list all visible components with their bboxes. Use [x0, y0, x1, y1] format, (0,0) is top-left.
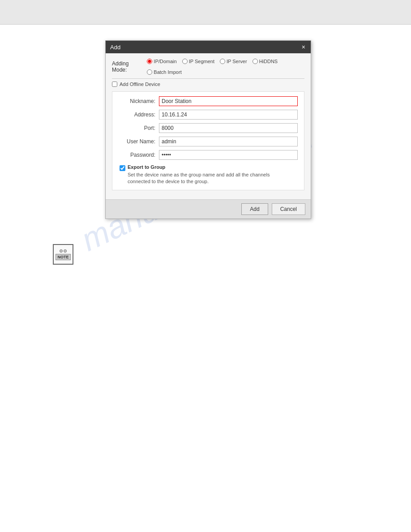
username-input[interactable]	[159, 137, 298, 146]
nickname-label: Nickname:	[119, 98, 159, 104]
offline-device-row: Add Offline Device	[112, 82, 304, 87]
adding-mode-label: Adding Mode:	[112, 60, 142, 73]
cancel-button[interactable]: Cancel	[272, 203, 305, 215]
radio-ip-domain-input[interactable]	[147, 59, 152, 64]
nickname-row: Nickname:	[119, 96, 298, 106]
note-icon-symbol: ⚙⚙	[59, 249, 67, 253]
radio-hiddns-label: HiDDNS	[259, 59, 278, 64]
username-label: User Name:	[119, 138, 159, 145]
port-input[interactable]	[159, 123, 298, 133]
export-group-label: Export to Group	[128, 164, 270, 170]
modal-body: Adding Mode: IP/Domain IP Segment IP Ser…	[106, 53, 311, 199]
password-input[interactable]	[159, 150, 298, 160]
radio-hiddns[interactable]: HiDDNS	[253, 59, 278, 64]
export-group-description: Set the device name as the group name an…	[128, 172, 270, 185]
radio-batch-import[interactable]: Batch Import	[147, 69, 181, 75]
address-label: Address:	[119, 112, 159, 118]
radio-ip-segment-input[interactable]	[182, 59, 188, 64]
adding-mode-section: Adding Mode: IP/Domain IP Segment IP Ser…	[112, 59, 304, 75]
note-icon: ⚙⚙ NOTE	[53, 244, 73, 265]
radio-batch-import-label: Batch Import	[154, 69, 181, 75]
address-row: Address:	[119, 110, 298, 120]
password-row: Password:	[119, 150, 298, 160]
radio-ip-domain[interactable]: IP/Domain	[147, 59, 176, 64]
modal-header: Add ×	[106, 41, 311, 53]
close-button[interactable]: ×	[301, 44, 306, 50]
offline-device-label: Add Offline Device	[120, 82, 160, 87]
radio-ip-segment-label: IP Segment	[189, 59, 214, 64]
note-icon-label: NOTE	[56, 254, 70, 260]
add-dialog: Add × Adding Mode: IP/Domain IP Segment …	[105, 40, 311, 219]
radio-ip-domain-label: IP/Domain	[154, 59, 176, 64]
modal-footer: Add Cancel	[106, 199, 311, 219]
nickname-input[interactable]	[159, 96, 298, 106]
radio-ip-server-input[interactable]	[220, 59, 225, 64]
password-label: Password:	[119, 152, 159, 158]
radio-group: IP/Domain IP Segment IP Server HiDDNS Ba…	[147, 59, 304, 75]
add-button[interactable]: Add	[241, 203, 268, 215]
port-label: Port:	[119, 125, 159, 131]
radio-ip-segment[interactable]: IP Segment	[182, 59, 214, 64]
username-row: User Name:	[119, 137, 298, 146]
offline-device-checkbox[interactable]	[112, 82, 117, 87]
divider-1	[112, 78, 304, 79]
export-group-row: Export to Group Set the device name as t…	[119, 164, 298, 185]
radio-ip-server[interactable]: IP Server	[220, 59, 247, 64]
radio-hiddns-input[interactable]	[253, 59, 258, 64]
port-row: Port:	[119, 123, 298, 133]
radio-ip-server-label: IP Server	[227, 59, 247, 64]
export-group-checkbox[interactable]	[120, 165, 125, 171]
form-section: Nickname: Address: Port: User Name: Pass…	[112, 91, 304, 190]
modal-title: Add	[110, 44, 120, 51]
radio-batch-import-input[interactable]	[147, 69, 152, 75]
export-group-content: Export to Group Set the device name as t…	[128, 164, 270, 185]
address-input[interactable]	[159, 110, 298, 120]
note-area: ⚙⚙ NOTE	[53, 244, 73, 265]
top-bar	[0, 0, 411, 25]
